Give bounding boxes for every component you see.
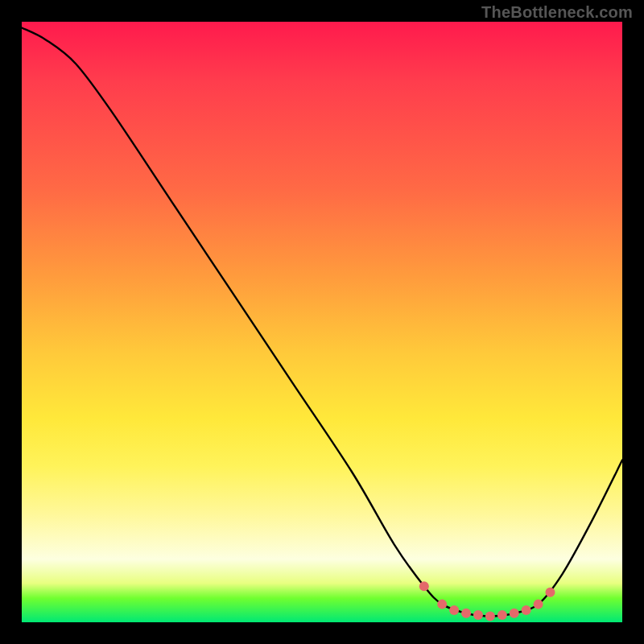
watermark-text: TheBottleneck.com: [481, 3, 633, 22]
curve-dot: [545, 588, 555, 597]
curve-dot: [449, 605, 459, 615]
curve-layer: [22, 22, 622, 622]
curve-dot: [461, 609, 471, 618]
curve-dot: [437, 600, 447, 609]
curve-dot: [419, 581, 429, 591]
curve-dot: [534, 600, 543, 609]
curve-dot: [510, 609, 519, 618]
curve-dot: [497, 610, 507, 620]
curve-dot: [473, 610, 483, 620]
curve-dot: [522, 605, 531, 615]
curve-dot: [485, 612, 495, 621]
bottleneck-curve: [22, 27, 622, 616]
curve-dots: [419, 581, 555, 621]
chart-frame: TheBottleneck.com: [0, 0, 644, 644]
